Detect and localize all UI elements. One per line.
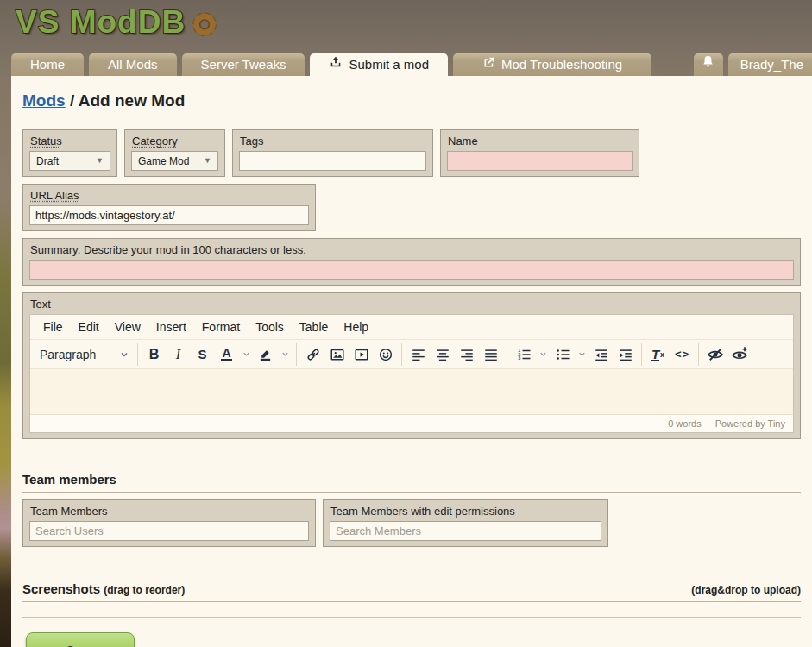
url-alias-input[interactable] — [29, 205, 309, 225]
spoiler-hide-button[interactable] — [703, 343, 727, 366]
clear-formatting-sub: x — [660, 350, 664, 359]
menu-format[interactable]: Format — [194, 317, 248, 336]
chevron-down-icon: ▼ — [96, 157, 104, 165]
menu-view[interactable]: View — [107, 317, 148, 336]
nav-tab-user-profile[interactable]: Brady_The — [728, 53, 812, 76]
chevron-down-icon — [577, 349, 587, 359]
editor-content-area[interactable] — [30, 369, 793, 414]
menu-help[interactable]: Help — [336, 317, 376, 336]
outdent-icon — [594, 347, 609, 362]
nav-tab-submit-mod[interactable]: Submit a mod — [310, 53, 448, 76]
menu-table[interactable]: Table — [292, 317, 336, 336]
numbered-list-button[interactable]: 123 — [512, 343, 535, 366]
align-justify-button[interactable] — [479, 343, 502, 366]
team-edit-members-search-input[interactable] — [330, 521, 601, 541]
text-color-icon: A — [221, 348, 231, 361]
screenshots-title: Screenshots — [22, 581, 100, 596]
category-select[interactable]: Game Mod ▼ — [131, 151, 218, 171]
team-edit-members-label: Team Members with edit permissions — [330, 505, 601, 518]
text-color-button[interactable]: A — [215, 343, 238, 366]
screenshots-heading-row: Screenshots (drag to reorder) (drag&drop… — [22, 581, 801, 602]
tags-input[interactable] — [239, 151, 426, 171]
menu-tools[interactable]: Tools — [248, 317, 292, 336]
notifications-button[interactable] — [694, 53, 723, 76]
breadcrumb: Mods / Add new Mod — [22, 91, 801, 110]
summary-input[interactable] — [29, 260, 794, 280]
word-count: 0 words — [668, 418, 702, 429]
category-label: Category — [132, 135, 218, 148]
bell-icon — [701, 53, 715, 76]
chevron-down-icon — [119, 349, 129, 360]
text-label: Text — [30, 298, 794, 311]
url-alias-label: URL Alias — [30, 189, 309, 202]
nav-tab-mod-troubleshooting-label: Mod Troubleshooting — [501, 53, 622, 76]
align-right-button[interactable] — [455, 343, 478, 366]
team-members-heading: Team members — [22, 472, 801, 493]
screenshots-upload-hint: (drag&drop to upload) — [691, 584, 801, 596]
tags-fieldset: Tags — [232, 129, 433, 177]
nav-tab-server-tweaks[interactable]: Server Tweaks — [182, 53, 305, 76]
highlight-color-icon — [258, 347, 273, 361]
page-title: Add new Mod — [79, 91, 185, 110]
nav-tab-all-mods-label: All Mods — [108, 53, 158, 76]
save-button[interactable]: Save — [26, 632, 135, 647]
nav-tab-all-mods[interactable]: All Mods — [89, 53, 177, 76]
site-logo[interactable]: VS ModDB — [16, 4, 218, 41]
menu-edit[interactable]: Edit — [71, 317, 107, 336]
strikethrough-icon: S — [198, 347, 206, 361]
url-alias-fieldset: URL Alias — [22, 184, 316, 231]
text-fieldset: Text File Edit View Insert Format Tools … — [22, 292, 801, 439]
svg-text:3: 3 — [518, 355, 520, 361]
username-label: Brady_The — [740, 53, 803, 76]
text-color-menu-chevron[interactable] — [239, 343, 253, 366]
insert-media-button[interactable] — [349, 343, 373, 366]
name-label: Name — [448, 135, 633, 148]
strikethrough-button[interactable]: S — [191, 343, 214, 366]
status-fieldset: Status Draft ▼ — [22, 129, 117, 177]
team-members-search-input[interactable] — [29, 521, 309, 541]
menu-insert[interactable]: Insert — [148, 317, 194, 336]
outdent-button[interactable] — [589, 343, 613, 366]
insert-emoji-button[interactable] — [374, 343, 397, 366]
nav-tab-mod-troubleshooting[interactable]: Mod Troubleshooting — [453, 53, 651, 76]
highlight-color-menu-chevron[interactable] — [278, 343, 292, 366]
insert-link-button[interactable] — [301, 343, 324, 366]
paragraph-style-value: Paragraph — [40, 348, 96, 361]
paragraph-style-dropdown[interactable]: Paragraph — [36, 343, 133, 366]
editor-statusbar: 0 words Powered by Tiny — [30, 414, 793, 432]
media-icon — [354, 347, 369, 362]
clear-formatting-icon: T — [651, 347, 659, 361]
menu-file[interactable]: File — [35, 317, 71, 336]
breadcrumb-mods-link[interactable]: Mods — [22, 91, 66, 110]
summary-label: Summary. Describe your mod in 100 charac… — [30, 243, 794, 256]
numbered-list-menu-chevron[interactable] — [536, 343, 550, 366]
align-center-icon — [435, 347, 450, 362]
bold-button[interactable]: B — [142, 343, 166, 366]
status-select[interactable]: Draft ▼ — [29, 151, 110, 171]
chevron-down-icon — [242, 349, 251, 359]
eye-plus-icon — [731, 346, 748, 363]
indent-button[interactable] — [614, 343, 637, 366]
source-code-button[interactable]: <> — [670, 343, 694, 366]
powered-by-tiny-link[interactable]: Powered by Tiny — [715, 418, 785, 429]
spoiler-show-button[interactable] — [727, 343, 751, 366]
chevron-down-icon — [538, 349, 548, 359]
toolbar-group-insert — [297, 343, 402, 366]
bullet-list-button[interactable] — [551, 343, 574, 366]
editor-toolbar: Paragraph B I S A — [30, 340, 793, 369]
italic-button[interactable]: I — [167, 343, 190, 366]
align-center-button[interactable] — [431, 343, 454, 366]
link-icon — [305, 347, 321, 362]
nav-tab-home[interactable]: Home — [11, 53, 84, 76]
emoji-icon — [378, 347, 393, 362]
name-input[interactable] — [447, 151, 633, 171]
highlight-color-button[interactable] — [254, 343, 277, 366]
site-header: VS ModDB Home All Mods Server Tweaks — [0, 0, 812, 76]
align-left-button[interactable] — [406, 343, 430, 366]
external-link-icon — [482, 53, 495, 76]
breadcrumb-separator: / — [70, 91, 74, 110]
bullet-list-menu-chevron[interactable] — [575, 343, 589, 366]
insert-image-button[interactable] — [325, 343, 349, 366]
clear-formatting-button[interactable]: Tx — [646, 343, 670, 366]
team-members-row: Team Members Team Members with edit perm… — [22, 499, 801, 547]
